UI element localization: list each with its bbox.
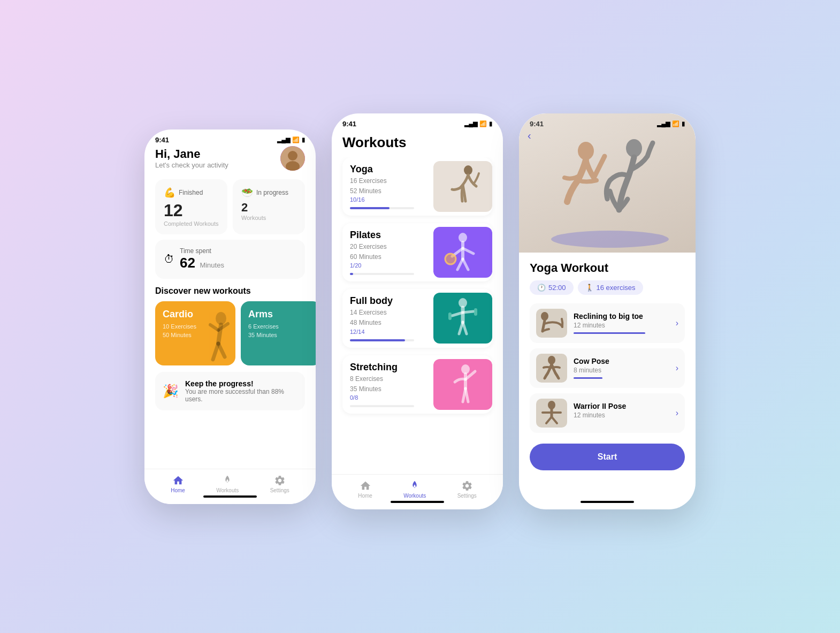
home-icon-2 (360, 480, 371, 492)
yoga-progress-fill (350, 207, 390, 209)
chevron-icon-3: › (676, 408, 678, 418)
pilates-info: Pilates 20 Exercises60 Minutes 1/20 (342, 223, 433, 281)
nav-home-1[interactable]: Home (171, 475, 185, 493)
workout-item-pilates[interactable]: Pilates 20 Exercises60 Minutes 1/20 (342, 223, 492, 281)
exercise-thumb-1 (536, 309, 567, 338)
timespent-label: Time spent (180, 247, 224, 255)
yoga-hero-figure (527, 116, 688, 250)
stretching-info: Stretching 8 Exercises35 Minutes 0/8 (342, 355, 433, 414)
wifi-icon: 📶 (292, 136, 300, 143)
nav-workouts-2[interactable]: Workouts (403, 480, 426, 499)
battery-icon: ▮ (302, 136, 305, 143)
exercise-name-3: Warrior II Pose (574, 402, 669, 410)
fullbody-progress-bar (350, 339, 414, 341)
start-button[interactable]: Start (530, 444, 685, 470)
svg-point-9 (464, 165, 472, 175)
cardio-card[interactable]: Cardio 10 Exercises50 Minutes (155, 301, 235, 365)
workout-item-stretching[interactable]: Stretching 8 Exercises35 Minutes 0/8 (342, 355, 492, 414)
yoga-thumb (433, 161, 492, 212)
person-icon: 🚶 (585, 284, 594, 292)
banner-text: Keep the progress! You are more successf… (185, 379, 297, 403)
stat-inprogress: 🥗 In progress 2 Workouts (233, 179, 305, 234)
home-indicator-2 (391, 501, 444, 503)
pilates-progress-bar (350, 273, 414, 275)
nav-settings-label-1: Settings (270, 487, 289, 493)
pilates-thumb (433, 227, 492, 278)
fullbody-figure (439, 295, 487, 341)
gear-icon-1 (274, 475, 286, 486)
fire-icon-2 (409, 480, 421, 492)
inprogress-number: 2 (241, 201, 296, 215)
badge-exercises-value: 16 exercises (597, 284, 636, 292)
workouts-title: Workouts (332, 130, 503, 157)
wifi-icon-3: 📶 (672, 120, 679, 127)
stretching-progress-label: 0/8 (350, 394, 426, 401)
signal-icon-2: ▂▄▆ (464, 120, 477, 127)
inprogress-label: In progress (256, 189, 288, 196)
greeting-section: Hi, Jane Let's check your activity (144, 146, 316, 171)
yoga-figure (439, 164, 487, 209)
finished-sub: Completed Workouts (164, 220, 219, 227)
svg-point-1 (288, 151, 297, 161)
exercise-item-1[interactable]: Reclining to big toe 12 minutes › (530, 303, 685, 343)
signal-icon-3: ▂▄▆ (657, 120, 670, 127)
avatar-image (280, 146, 305, 171)
stat-finished: 💪 Finished 12 Completed Workouts (155, 179, 227, 234)
banner-title: Keep the progress! (185, 379, 297, 388)
exercise-item-3[interactable]: Warrior II Pose 12 minutes › (530, 393, 685, 433)
cardio-figure (192, 309, 235, 365)
finished-icon: 💪 (164, 187, 175, 199)
battery-icon-2: ▮ (489, 120, 492, 127)
phone-detail: 9:41 ▂▄▆ 📶 ▮ ‹ (519, 113, 696, 509)
exercise-figure-3 (538, 401, 565, 425)
status-icons-3: ▂▄▆ 📶 ▮ (657, 120, 685, 127)
detail-title: Yoga Workout (530, 261, 685, 275)
exercise-item-2[interactable]: Cow Pose 8 minutes › (530, 348, 685, 388)
stat-timespent: ⏱ Time spent 62 Minutes (155, 240, 305, 279)
fire-icon-1 (222, 475, 233, 486)
fullbody-sub: 14 Exercises48 Minutes (350, 308, 426, 328)
home-indicator-1 (203, 495, 257, 498)
clock-icon: 🕐 (537, 284, 546, 292)
finished-label: Finished (179, 189, 203, 196)
pilates-progress-fill (350, 273, 353, 275)
stretching-sub: 8 Exercises35 Minutes (350, 374, 426, 394)
progress-banner: 🎉 Keep the progress! You are more succes… (155, 372, 305, 410)
exercise-time-3: 12 minutes (574, 411, 669, 419)
nav-home-2[interactable]: Home (358, 480, 372, 499)
arms-card[interactable]: Arms 6 Exercises35 Minutes (241, 301, 316, 365)
svg-point-11 (445, 254, 456, 264)
svg-rect-13 (448, 312, 452, 320)
workout-item-fullbody[interactable]: Full body 14 Exercises48 Minutes 12/14 (342, 289, 492, 347)
workout-item-yoga[interactable]: Yoga 16 Exercises52 Minutes 10/16 (342, 157, 492, 216)
wifi-icon-2: 📶 (479, 120, 487, 127)
gear-icon-2 (461, 480, 473, 492)
yoga-title: Yoga (350, 164, 426, 175)
fullbody-progress-label: 12/14 (350, 329, 426, 335)
exercise-info-1: Reclining to big toe 12 minutes (574, 312, 669, 334)
time-2: 9:41 (342, 120, 356, 128)
status-icons-2: ▂▄▆ 📶 ▮ (464, 120, 492, 127)
back-button[interactable]: ‹ (528, 129, 531, 142)
svg-point-18 (551, 231, 669, 248)
chevron-icon-1: › (676, 318, 678, 328)
greeting-name: Hi, Jane (155, 147, 228, 161)
nav-settings-1[interactable]: Settings (270, 475, 289, 493)
status-bar-3: 9:41 ▂▄▆ 📶 ▮ (519, 113, 696, 130)
exercise-figure-2 (538, 356, 565, 380)
timespent-sub: Minutes (200, 261, 224, 269)
badge-time-value: 52:00 (548, 284, 566, 292)
exercise-time-1: 12 minutes (574, 322, 669, 329)
nav-workouts-1[interactable]: Workouts (216, 475, 239, 493)
nav-workouts-label-1: Workouts (216, 487, 239, 493)
nav-settings-2[interactable]: Settings (457, 480, 477, 499)
banner-desc: You are more successful than 88% users. (185, 388, 297, 403)
bottom-nav-1: Home Workouts Settings (144, 469, 316, 504)
arms-sub: 6 Exercises35 Minutes (248, 322, 314, 340)
svg-rect-14 (474, 308, 477, 316)
exercise-info-3: Warrior II Pose 12 minutes (574, 402, 669, 424)
inprogress-icon: 🥗 (241, 187, 253, 199)
exercise-name-2: Cow Pose (574, 357, 669, 365)
pilates-figure (439, 230, 487, 275)
exercise-progress-1 (574, 332, 645, 334)
